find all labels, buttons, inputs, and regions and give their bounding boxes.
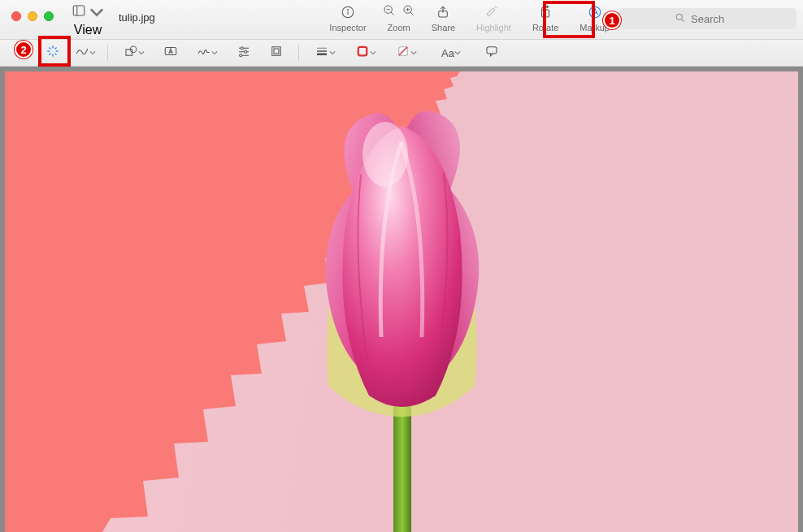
text-tool[interactable]: [157, 42, 184, 63]
svg-rect-0: [73, 6, 85, 15]
sign-tool[interactable]: [189, 42, 225, 63]
text-style-label: Aa: [441, 47, 454, 59]
zoom-in-icon[interactable]: [402, 4, 415, 20]
close-window-button[interactable]: [11, 11, 21, 21]
annotation-badge-2: 2: [15, 41, 33, 58]
annotation-box-2: [38, 36, 71, 67]
speech-bubble-icon: [484, 44, 499, 62]
highlight-label: Highlight: [476, 23, 511, 32]
zoom-out-icon[interactable]: [383, 4, 396, 20]
svg-line-6: [391, 12, 393, 15]
share-button[interactable]: Share: [432, 3, 455, 39]
svg-rect-37: [274, 49, 279, 54]
window-controls: [11, 11, 54, 21]
chevron-down-icon: [138, 50, 145, 56]
separator: [298, 45, 299, 61]
separator: [107, 45, 108, 61]
svg-line-14: [495, 6, 497, 8]
text-style-tool[interactable]: Aa: [429, 42, 473, 63]
border-swatch-icon: [355, 44, 370, 62]
fullscreen-window-button[interactable]: [44, 11, 54, 21]
share-icon: [434, 3, 452, 21]
view-menu[interactable]: View: [72, 3, 104, 37]
sketch-tool[interactable]: [72, 42, 99, 63]
info-icon: [339, 3, 357, 21]
svg-rect-44: [487, 47, 497, 54]
svg-rect-36: [272, 47, 281, 56]
annotation-box-1: [543, 1, 595, 38]
canvas-frame: [0, 67, 803, 532]
zoom-label: Zoom: [388, 23, 410, 32]
tulip-image: [231, 93, 572, 532]
sketch-icon: [75, 44, 89, 62]
annotation-badge-1: 1: [603, 11, 621, 29]
svg-point-46: [362, 122, 408, 187]
inspector-button[interactable]: Inspector: [329, 3, 366, 39]
chevron-down-icon: [454, 50, 461, 56]
fill-color-tool[interactable]: [388, 42, 424, 63]
view-label: View: [74, 23, 102, 37]
svg-rect-27: [126, 50, 132, 56]
svg-point-35: [240, 54, 242, 57]
chevron-down-icon: [89, 5, 104, 19]
document-title: tulip.jpg: [119, 11, 155, 24]
line-weight-icon: [315, 44, 329, 62]
chevron-down-icon: [329, 50, 336, 56]
svg-line-18: [682, 19, 684, 21]
svg-point-33: [245, 50, 247, 53]
border-color-tool[interactable]: [348, 42, 384, 63]
crop-icon: [269, 44, 284, 62]
fill-swatch-icon: [396, 44, 410, 62]
svg-line-9: [410, 12, 413, 15]
highlight-button: Highlight: [476, 3, 511, 39]
chevron-down-icon: [89, 50, 96, 56]
line-style-tool[interactable]: [307, 42, 343, 63]
shapes-tool[interactable]: [116, 42, 152, 63]
minimize-window-button[interactable]: [28, 11, 37, 21]
sliders-icon: [237, 44, 251, 62]
svg-point-17: [676, 14, 682, 19]
signature-icon: [197, 44, 211, 62]
svg-point-4: [348, 10, 349, 11]
annotate-tool[interactable]: [478, 42, 506, 63]
search-input[interactable]: [691, 13, 740, 25]
adjust-color-tool[interactable]: [230, 42, 258, 63]
chevron-down-icon: [370, 50, 376, 56]
sidebar-icon: [72, 3, 86, 21]
highlight-icon: [484, 3, 499, 21]
search-icon: [675, 12, 686, 26]
inspector-label: Inspector: [329, 23, 366, 32]
image-canvas[interactable]: [5, 71, 798, 532]
markup-toolbar: Aa: [0, 39, 803, 67]
svg-rect-41: [358, 47, 367, 56]
titlebar: View tulip.jpg Inspector Zoom Share: [0, 0, 803, 39]
chevron-down-icon: [410, 50, 417, 56]
shapes-icon: [124, 44, 138, 62]
search-field[interactable]: [618, 8, 796, 29]
crop-tool[interactable]: [263, 42, 290, 63]
share-label: Share: [432, 23, 455, 32]
text-box-icon: [163, 44, 178, 62]
chevron-down-icon: [211, 50, 218, 56]
zoom-controls[interactable]: Zoom: [388, 3, 410, 39]
svg-point-31: [241, 47, 243, 50]
